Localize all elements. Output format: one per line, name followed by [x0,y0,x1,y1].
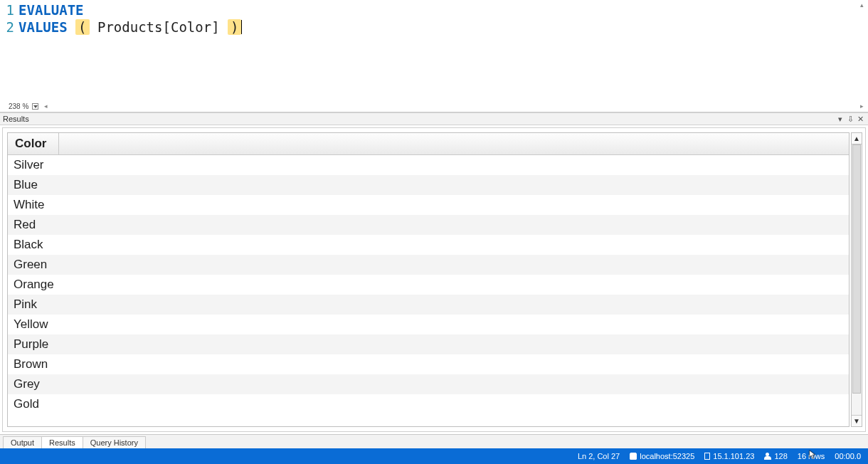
table-cell: Brown [8,354,849,374]
tab-output[interactable]: Output [3,436,42,448]
table-row[interactable]: Silver [8,155,849,175]
column-header-color[interactable]: Color [8,133,59,154]
table-cell: Black [8,235,849,255]
panel-menu-icon[interactable]: ▾ [835,115,845,124]
code-editor-pane[interactable]: 12 EVALUATEVALUES ( Products[Color] ) ▴ … [0,0,868,112]
status-server-text: localhost:52325 [640,452,694,460]
token-ident: Products[Color] [90,19,228,35]
grid-header-row: Color [8,133,849,155]
token-kw: VALUES [18,19,68,35]
status-spid: 128 [764,452,787,460]
panel-close-icon[interactable]: ✕ [855,115,865,124]
document-icon [704,453,710,460]
table-cell: Green [8,255,849,275]
table-cell: Purple [8,334,849,354]
table-row[interactable]: Red [8,215,849,235]
scroll-track[interactable] [852,144,862,415]
zoom-level[interactable]: 238 % [9,102,38,110]
code-area[interactable]: EVALUATEVALUES ( Products[Color] ) [18,1,242,36]
table-cell: Orange [8,275,849,295]
table-cell: Yellow [8,315,849,334]
code-line[interactable]: VALUES ( Products[Color] ) [18,19,242,36]
editor-scroll-left-icon[interactable]: ◂ [44,102,48,110]
table-row[interactable]: Pink [8,295,849,315]
table-cell: Silver [8,155,849,175]
line-number: 1 [0,1,14,19]
table-row[interactable]: Gold [8,394,849,414]
table-cell: Pink [8,295,849,315]
status-version: 15.1.101.23 [704,452,754,460]
tab-query-history[interactable]: Query History [83,436,146,448]
status-bar: Ln 2, Col 27 localhost:52325 15.1.101.23… [0,448,868,464]
text-caret [241,20,242,34]
table-row[interactable]: Yellow [8,315,849,334]
results-pane: Color SilverBlueWhiteRedBlackGreenOrange… [2,127,866,432]
line-number: 2 [0,19,14,36]
table-cell: Red [8,215,849,235]
results-panel-header: Results ▾ ⇩ ✕ [0,112,868,125]
token-paren: ) [228,19,241,35]
grid-body[interactable]: SilverBlueWhiteRedBlackGreenOrangePinkYe… [8,155,849,414]
table-row[interactable]: Purple [8,334,849,354]
scroll-down-button[interactable]: ▼ [852,415,862,426]
zoom-value: 238 % [9,102,28,110]
column-header-spacer [59,133,849,154]
table-row[interactable]: Green [8,255,849,275]
code-line[interactable]: EVALUATE [18,1,242,19]
status-spid-text: 128 [774,452,787,460]
table-cell: Gold [8,394,849,414]
user-icon [764,453,771,460]
status-version-text: 15.1.101.23 [713,452,754,460]
status-ln-col: Ln 2, Col 27 [578,452,620,460]
code-editor[interactable]: 12 EVALUATEVALUES ( Products[Color] ) [0,1,868,36]
status-server: localhost:52325 [630,452,694,460]
table-row[interactable]: White [8,195,849,215]
line-number-gutter: 12 [0,1,18,36]
zoom-dropdown-icon[interactable] [32,103,38,110]
scroll-up-button[interactable]: ▲ [852,133,862,144]
table-row[interactable]: Black [8,235,849,255]
table-row[interactable]: Blue [8,175,849,195]
scroll-thumb[interactable] [852,144,861,394]
table-row[interactable]: Brown [8,354,849,374]
table-cell: Grey [8,374,849,394]
token-kw: EVALUATE [18,2,84,18]
table-row[interactable]: Orange [8,275,849,295]
status-elapsed: 00:00.0 [835,452,861,460]
editor-scroll-right-icon[interactable]: ▸ [860,102,864,110]
token-paren: ( [75,19,89,35]
token-space [68,19,75,35]
database-icon [630,453,637,460]
table-row[interactable]: Grey [8,374,849,394]
bottom-tab-bar: OutputResultsQuery History [0,434,868,448]
table-cell: Blue [8,175,849,195]
results-grid[interactable]: Color SilverBlueWhiteRedBlackGreenOrange… [7,132,850,427]
status-rows: 16 rows [798,452,825,460]
table-cell: White [8,195,849,215]
tab-results[interactable]: Results [41,436,83,448]
grid-scrollbar[interactable]: ▲ ▼ [851,132,862,427]
editor-scroll-up-icon[interactable]: ▴ [860,1,864,9]
panel-pin-icon[interactable]: ⇩ [845,115,855,124]
results-panel-title: Results [3,115,835,123]
